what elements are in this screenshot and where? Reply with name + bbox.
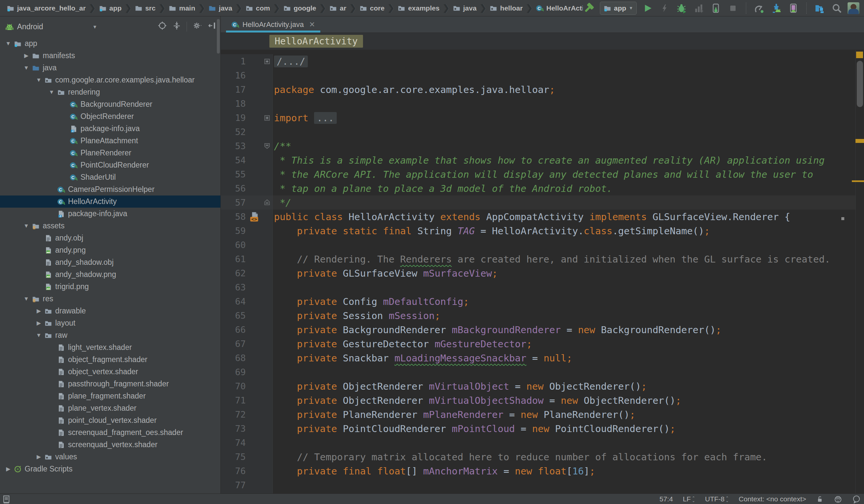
code-line-71[interactable]: 71 private ObjectRenderer mVirtualObject… [221,393,855,407]
run-play-button[interactable] [641,2,654,14]
readonly-lock-icon[interactable] [816,495,824,503]
event-log-icon[interactable] [852,495,861,503]
user-avatar[interactable] [848,2,860,14]
tree-item-gradle-scripts[interactable]: ▶Gradle Scripts [0,463,220,475]
code-line-65[interactable]: 65 private Session mSession; [221,309,855,323]
tree-item-point-cloud-vertex-shader[interactable]: point_cloud_vertex.shader [0,414,220,427]
tree-item-assets[interactable]: ▼assets [0,220,220,232]
inspections-status-marker[interactable] [856,51,863,58]
search-everywhere-button[interactable] [830,2,843,14]
tree-item-plane-fragment-shader[interactable]: plane_fragment.shader [0,390,220,402]
warning-stripe-marker[interactable] [852,180,864,182]
breadcrumb-item[interactable]: java_arcore_hello_ar [7,4,86,12]
tree-item-screenquad-vertex-shader[interactable]: screenquad_vertex.shader [0,439,220,451]
tree-item-object-fragment-shader[interactable]: object_fragment.shader [0,353,220,366]
fold-marker[interactable] [262,114,272,122]
code-line-56[interactable]: 56 * tap on a plane to place a 3d model … [221,181,855,195]
tree-item-plane-vertex-shader[interactable]: plane_vertex.shader [0,402,220,414]
locate-target-button[interactable] [158,21,167,32]
tree-item-light-vertex-shader[interactable]: light_vertex.shader [0,341,220,353]
code-line-61[interactable]: 61 // Rendering. The Renderers are creat… [221,252,855,266]
tree-item-shaderutil[interactable]: CShaderUtil [0,171,220,183]
code-line-58[interactable]: 58<>public class HelloArActivity extends… [221,209,855,224]
profiler-gauge-button[interactable] [753,2,766,14]
code-line-18[interactable]: 18 [221,97,855,111]
code-line-16[interactable]: 16 [221,68,855,83]
tree-item-drawable[interactable]: ▶drawable [0,305,220,317]
code-line-77[interactable]: 77 [221,478,855,492]
breadcrumb-item[interactable]: java [208,4,232,12]
tree-item-package-info-java[interactable]: Jpackage-info.java [0,208,220,220]
code-line-53[interactable]: 53/** [221,139,855,153]
tree-item-rendering[interactable]: ▼rendering [0,86,220,98]
run-configuration-select[interactable]: app▼ [600,2,637,15]
layout-related-gutter[interactable]: <> [246,211,262,223]
profile-bars-button[interactable] [693,2,705,14]
collapse-all-button[interactable] [172,21,181,32]
context-widget[interactable]: Context: <no context> [739,495,806,503]
breadcrumb-item[interactable]: main [169,4,195,12]
tree-item-objectrenderer[interactable]: CObjectRenderer [0,110,220,122]
line-separator-widget[interactable]: LF⌃⌄ [683,495,695,503]
project-view-selector[interactable]: Android [17,22,43,31]
tree-item-andy-png[interactable]: andy.png [0,244,220,256]
tree-expand-arrow-icon[interactable]: ▼ [21,223,32,229]
breadcrumb-item[interactable]: helloar [490,4,523,12]
attach-debugger-phone-button[interactable] [710,2,722,14]
breadcrumb-item[interactable]: examples [397,4,440,12]
tree-expand-arrow-icon[interactable]: ▼ [46,89,57,96]
code-line-64[interactable]: 64 private Config mDefaultConfig; [221,295,855,309]
code-line-63[interactable]: 63 [221,280,855,295]
tree-item-package-info-java[interactable]: Jpackage-info.java [0,122,220,135]
warning-stripe-marker[interactable] [855,139,864,143]
tree-item-andy-shadow-png[interactable]: andy_shadow.png [0,268,220,280]
tab-helloaractivity[interactable]: C HelloArActivity.java ✕ [226,16,320,33]
encoding-widget[interactable]: UTF-8⌃⌄ [705,495,729,503]
tree-item-res[interactable]: ▼res [0,293,220,305]
breadcrumb-item[interactable]: ar [329,4,346,12]
tree-item-andy-obj[interactable]: andy.obj [0,232,220,244]
build-hammer-button[interactable] [583,2,595,14]
tree-item-com-google-ar-core-examples-java-helloar[interactable]: ▼com.google.ar.core.examples.java.helloa… [0,74,220,86]
breadcrumb-item[interactable]: java [453,4,477,12]
tree-expand-arrow-icon[interactable]: ▶ [33,320,44,327]
tree-scrollbar[interactable] [217,19,220,53]
tree-item-passthrough-fragment-shader[interactable]: passthrough_fragment.shader [0,378,220,390]
ide-fatal-errors-icon[interactable] [834,495,842,503]
breadcrumb-item[interactable]: CHelloArActivity [536,4,583,12]
breadcrumb-item[interactable]: src [135,4,156,12]
tree-expand-arrow-icon[interactable]: ▼ [21,65,32,71]
tree-item-values[interactable]: ▶values [0,451,220,463]
sdk-manager-download-button[interactable] [770,2,782,14]
code-line-74[interactable]: 74 [221,436,855,450]
code-line-55[interactable]: 55 * the ARCore API. The application wil… [221,167,855,181]
fold-marker[interactable] [262,143,272,150]
device-file-explorer-button[interactable] [813,2,826,14]
hide-panel-button[interactable] [207,21,216,32]
tree-item-backgroundrenderer[interactable]: CBackgroundRenderer [0,98,220,110]
tree-item-pointcloudrenderer[interactable]: CPointCloudRenderer [0,159,220,171]
tree-item-java[interactable]: ▼java [0,62,220,74]
stripe-marker[interactable] [841,217,844,220]
code-editor[interactable]: 1/.../1617package com.google.ar.core.exa… [221,50,864,493]
instant-run-lightning-button[interactable] [658,2,671,14]
chevron-down-icon[interactable]: ▼ [92,24,97,29]
editor-scrollbar-thumb[interactable] [857,61,863,107]
code-line-78[interactable]: 78 // Tap handling and UI. [221,492,855,493]
tree-expand-arrow-icon[interactable]: ▶ [33,453,44,460]
breadcrumb-item[interactable]: core [359,4,384,12]
tree-expand-arrow-icon[interactable]: ▼ [33,332,44,339]
error-stripe[interactable] [855,50,864,493]
code-line-70[interactable]: 70 private ObjectRenderer mVirtualObject… [221,379,855,393]
tree-item-helloaractivity[interactable]: CHelloArActivity [0,195,220,208]
breadcrumb-class-chip[interactable]: HelloArActivity [269,35,363,48]
tree-item-raw[interactable]: ▼raw [0,329,220,341]
code-line-67[interactable]: 67 private GestureDetector mGestureDetec… [221,337,855,351]
tree-expand-arrow-icon[interactable]: ▼ [21,296,32,302]
code-line-68[interactable]: 68 private Snackbar mLoadingMessageSnack… [221,351,855,365]
code-line-52[interactable]: 52 [221,125,855,139]
fold-marker[interactable] [262,58,272,65]
code-line-1[interactable]: 1/.../ [221,54,855,68]
caret-position[interactable]: 57:4 [660,495,673,503]
close-icon[interactable]: ✕ [309,20,315,29]
